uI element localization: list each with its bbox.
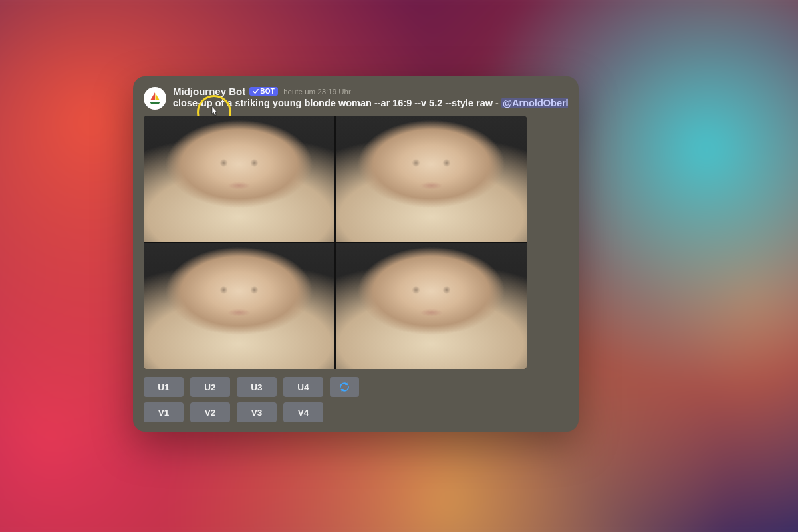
discord-message-card: Midjourney Bot BOT heute um 23:19 Uhr cl… (133, 76, 579, 432)
variation-3-button[interactable]: V3 (237, 402, 277, 422)
variation-2-button[interactable]: V2 (190, 402, 230, 422)
generated-image-grid[interactable] (144, 116, 527, 369)
upscale-3-button[interactable]: U3 (237, 377, 277, 397)
sailboat-icon (147, 90, 163, 106)
variation-4-button[interactable]: V4 (283, 402, 323, 422)
author-name[interactable]: Midjourney Bot (173, 86, 245, 97)
upscale-1-button[interactable]: U1 (144, 377, 184, 397)
message-timestamp: heute um 23:19 Uhr (283, 88, 351, 96)
upscale-row: U1 U2 U3 U4 (144, 377, 568, 397)
upscale-4-button[interactable]: U4 (283, 377, 323, 397)
message-header: Midjourney Bot BOT heute um 23:19 Uhr cl… (144, 86, 568, 110)
reroll-button[interactable] (330, 377, 359, 397)
generated-image-3[interactable] (144, 243, 334, 369)
generated-image-2[interactable] (336, 116, 527, 242)
reroll-icon (338, 381, 350, 393)
generated-image-4[interactable] (336, 243, 527, 369)
check-icon (253, 88, 259, 94)
generated-image-1[interactable] (144, 116, 334, 242)
user-mention[interactable]: @ArnoldOberleit (501, 98, 568, 108)
prompt-separator: - (493, 98, 501, 108)
upscale-2-button[interactable]: U2 (190, 377, 230, 397)
bot-avatar[interactable] (144, 87, 166, 110)
bot-badge-label: BOT (260, 88, 275, 95)
prompt-line: close-up of a striking young blonde woma… (173, 98, 568, 108)
bot-badge: BOT (249, 87, 278, 96)
variation-row: V1 V2 V3 V4 (144, 402, 568, 422)
action-button-rows: U1 U2 U3 U4 V1 V2 V3 V4 (144, 377, 568, 422)
prompt-text: close-up of a striking young blonde woma… (173, 98, 493, 108)
variation-1-button[interactable]: V1 (144, 402, 184, 422)
